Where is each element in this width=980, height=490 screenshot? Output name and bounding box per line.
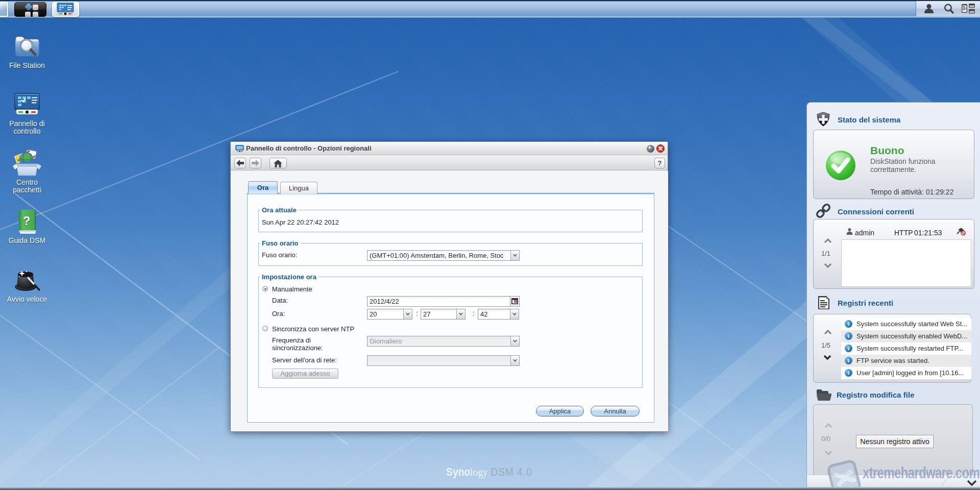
svg-text:?: ?	[23, 214, 31, 228]
